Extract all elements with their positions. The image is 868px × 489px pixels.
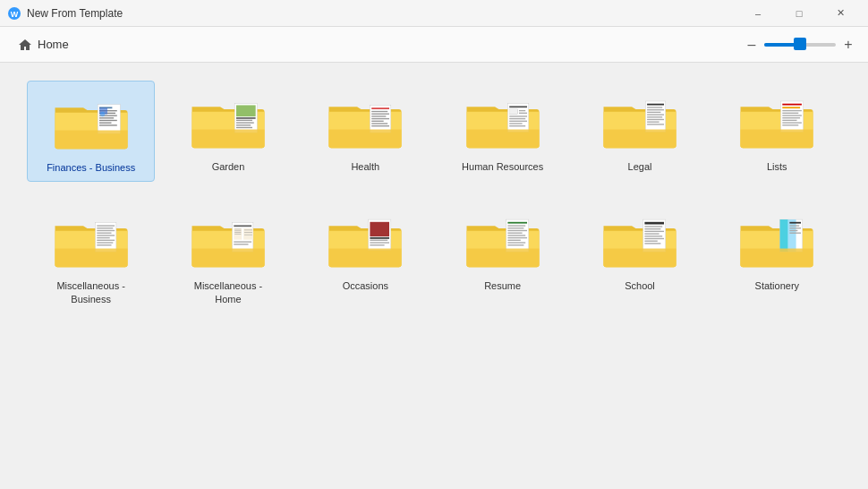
svg-rect-115: [790, 226, 800, 227]
svg-rect-86: [370, 237, 390, 239]
svg-rect-31: [509, 106, 527, 107]
svg-rect-49: [647, 122, 660, 123]
folder-item-occasions[interactable]: Occasions: [302, 200, 430, 313]
svg-rect-46: [647, 114, 664, 115]
folder-icon-finances-business: [51, 89, 132, 156]
svg-rect-93: [507, 227, 523, 228]
toolbar: Home – +: [0, 27, 868, 63]
svg-rect-29: [372, 125, 390, 126]
svg-rect-82: [234, 242, 251, 243]
folder-item-health[interactable]: Health: [302, 81, 430, 182]
folder-item-legal[interactable]: Legal: [575, 81, 703, 182]
svg-rect-7: [99, 117, 114, 118]
svg-rect-91: [507, 222, 527, 224]
svg-rect-60: [783, 124, 799, 125]
zoom-slider-thumb: [794, 38, 806, 50]
svg-rect-63: [97, 227, 113, 228]
folder-item-lists[interactable]: Lists: [713, 81, 841, 182]
svg-rect-57: [783, 117, 801, 118]
zoom-in-button[interactable]: +: [839, 36, 857, 54]
svg-rect-106: [644, 234, 659, 235]
svg-rect-98: [507, 240, 520, 241]
svg-rect-39: [509, 123, 522, 124]
svg-rect-109: [644, 241, 657, 242]
svg-rect-66: [97, 235, 115, 236]
svg-rect-85: [370, 222, 390, 236]
svg-rect-56: [783, 115, 803, 116]
svg-rect-64: [97, 230, 115, 231]
svg-rect-112: [780, 219, 788, 252]
folder-item-school[interactable]: School: [575, 200, 703, 313]
svg-rect-87: [370, 240, 388, 241]
svg-rect-116: [790, 227, 802, 228]
zoom-slider[interactable]: [764, 43, 836, 47]
svg-rect-17: [236, 120, 252, 121]
folder-icon-misc-home: [188, 207, 268, 274]
svg-rect-96: [507, 235, 525, 236]
main-content: Finances - Business Garden: [0, 63, 868, 489]
svg-rect-35: [519, 113, 527, 114]
svg-rect-114: [790, 222, 802, 224]
folder-label-school: School: [625, 279, 655, 292]
folder-item-resume[interactable]: Resume: [438, 200, 566, 313]
folder-label-stationery: Stationery: [755, 279, 800, 292]
zoom-controls: – +: [743, 36, 857, 54]
folder-item-misc-home[interactable]: Miscellaneous - Home: [164, 200, 292, 313]
svg-rect-18: [236, 122, 254, 123]
svg-rect-55: [783, 113, 799, 114]
svg-rect-107: [644, 236, 662, 236]
home-label: Home: [38, 38, 69, 51]
svg-rect-102: [644, 222, 664, 225]
svg-rect-94: [507, 230, 527, 231]
svg-rect-54: [783, 110, 803, 111]
svg-rect-113: [788, 219, 796, 252]
svg-rect-52: [783, 104, 803, 106]
folder-icon-stationery: [736, 207, 817, 274]
folder-icon-garden: [188, 88, 268, 155]
svg-rect-42: [647, 104, 664, 106]
svg-rect-45: [647, 112, 660, 113]
folders-grid: Finances - Business Garden: [27, 81, 841, 313]
svg-text:W: W: [11, 10, 19, 19]
svg-rect-65: [97, 233, 111, 234]
folder-label-finances-business: Finances - Business: [47, 161, 135, 174]
folder-icon-legal: [600, 88, 680, 155]
minimize-button[interactable]: –: [737, 0, 779, 27]
svg-rect-22: [372, 107, 390, 109]
folder-item-misc-business[interactable]: Miscellaneous - Business: [27, 200, 155, 313]
svg-rect-27: [372, 121, 385, 122]
maximize-button[interactable]: □: [779, 0, 820, 27]
folder-icon-resume: [463, 207, 543, 274]
folder-icon-health: [325, 88, 405, 155]
svg-rect-59: [783, 122, 803, 123]
window-controls: – □ ✕: [737, 0, 861, 27]
title-bar: W New From Template – □ ✕: [0, 0, 868, 27]
zoom-out-button[interactable]: –: [743, 36, 761, 54]
svg-rect-69: [97, 243, 113, 244]
folder-item-garden[interactable]: Garden: [164, 81, 292, 182]
folder-item-finances-business[interactable]: Finances - Business: [27, 81, 155, 182]
app-icon: W: [7, 6, 21, 21]
folder-item-stationery[interactable]: Stationery: [713, 200, 841, 313]
folder-icon-misc-business: [51, 207, 132, 274]
close-button[interactable]: ✕: [820, 0, 861, 27]
svg-rect-15: [236, 106, 256, 117]
svg-rect-105: [644, 231, 664, 232]
svg-rect-89: [370, 244, 385, 245]
folder-item-human-resources[interactable]: Human Resources: [438, 81, 566, 182]
svg-rect-34: [519, 110, 525, 111]
svg-rect-117: [790, 230, 798, 231]
svg-rect-103: [644, 227, 662, 227]
svg-rect-43: [647, 107, 662, 107]
svg-rect-58: [783, 120, 797, 121]
folder-label-occasions: Occasions: [343, 279, 388, 292]
folder-label-human-resources: Human Resources: [462, 160, 543, 173]
folder-label-resume: Resume: [484, 279, 521, 292]
folder-label-lists: Lists: [767, 160, 787, 173]
svg-rect-26: [372, 118, 390, 119]
svg-rect-100: [507, 244, 523, 245]
svg-rect-23: [372, 111, 388, 112]
svg-rect-30: [507, 104, 528, 133]
svg-rect-68: [97, 240, 115, 241]
home-button[interactable]: Home: [11, 34, 76, 56]
